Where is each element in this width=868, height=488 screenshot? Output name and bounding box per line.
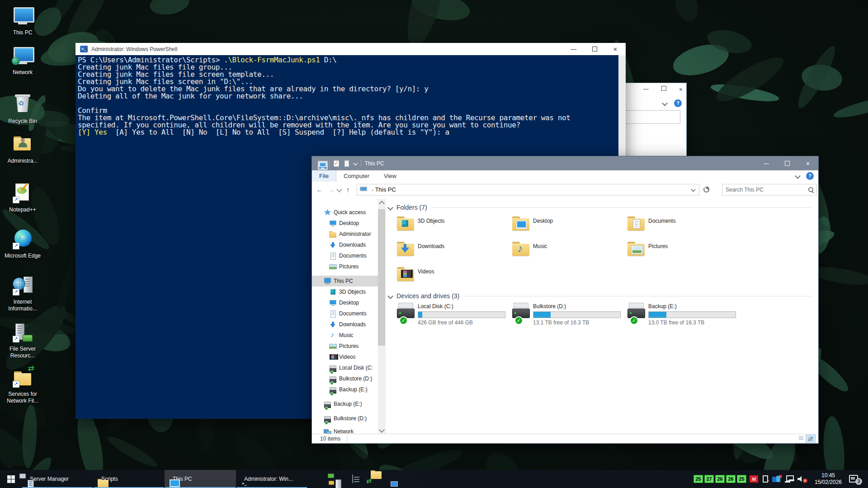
qat-customize-icon[interactable] — [353, 161, 358, 165]
clock[interactable]: 10:45 15/02/2026 — [812, 472, 844, 486]
help-icon[interactable]: ? — [674, 99, 682, 107]
sidebar-item-bulkstore-d[interactable]: Bulkstore (D:) — [312, 413, 385, 424]
drive-tile-backup-e[interactable]: ✓ Backup (E:) 13.0 TB free of 16.3 TB — [627, 302, 741, 325]
sidebar-item-pictures[interactable]: Pictures — [312, 341, 385, 352]
desktop-icon-services-for-network-fil[interactable]: ⇄↗ Services for Network Fil... — [2, 367, 43, 404]
powershell-titlebar[interactable]: >_ Administrator: Windows PowerShell — × — [75, 43, 626, 55]
folder-tile-music[interactable]: Music — [512, 242, 623, 264]
sidebar-item-pictures[interactable]: Pictures — [312, 261, 385, 272]
sidebar-item-downloads[interactable]: Downloads — [312, 319, 385, 330]
collapse-icon[interactable] — [387, 293, 393, 299]
breadcrumb[interactable]: This PC — [375, 186, 396, 193]
sidebar-item-bulkstore-d[interactable]: Bulkstore (D:) — [312, 373, 385, 384]
sidebar-item-music[interactable]: Music — [312, 330, 385, 341]
desktop-icon-recycle-bin[interactable]: ♻ Recycle Bin — [2, 94, 43, 125]
close-button[interactable]: × — [605, 43, 626, 55]
maximize-button[interactable] — [777, 156, 797, 170]
folder-tile-downloads[interactable]: Downloads — [397, 242, 508, 264]
sidebar-item-quick-access[interactable]: Quick access — [312, 207, 385, 218]
sidebar-item-backup-e[interactable]: Backup (E:) — [312, 384, 385, 395]
ribbon-expand-icon[interactable] — [795, 173, 801, 179]
drive-tile-bulkstore-d[interactable]: ✓ Bulkstore (D:) 13.1 TB free of 16.3 TB — [512, 302, 625, 325]
usb-eject-icon[interactable] — [761, 475, 769, 483]
drives-group-header[interactable]: Devices and drives (3) — [388, 291, 812, 300]
back-icon[interactable]: ← — [314, 186, 326, 193]
sidebar-item-local-disk-c[interactable]: Local Disk (C:) — [312, 362, 385, 373]
recent-locations-icon[interactable] — [336, 187, 342, 192]
search-input[interactable] — [722, 187, 808, 193]
taskbar-pinned-iis[interactable] — [344, 470, 362, 488]
start-button[interactable] — [0, 470, 22, 488]
properties-icon[interactable] — [333, 160, 340, 167]
forward-icon[interactable]: → — [326, 186, 337, 193]
sidebar-item-3d-objects[interactable]: 3D Objects — [312, 286, 385, 297]
up-icon[interactable]: ↑ — [342, 186, 354, 193]
sidebar-item-downloads[interactable]: Downloads — [312, 239, 385, 250]
large-icons-view-icon[interactable] — [806, 435, 816, 443]
close-icon[interactable]: × — [679, 86, 683, 93]
folder-tile-desktop[interactable]: Desktop — [512, 216, 623, 239]
scrollbar-thumb[interactable] — [378, 209, 385, 346]
tab-view[interactable]: View — [377, 170, 404, 182]
minimize-icon[interactable]: — — [643, 86, 649, 93]
sidebar-item-network[interactable]: Network — [312, 426, 385, 434]
minimize-button[interactable]: — — [563, 43, 584, 55]
desktop-icon-internet-informatio[interactable]: ↗ Internet Informatio... — [2, 275, 43, 312]
search-box[interactable] — [722, 184, 817, 196]
action-center-icon[interactable]: 3 — [849, 474, 859, 483]
volume-muted-icon[interactable]: ✕ — [797, 475, 807, 483]
folder-tile-pictures[interactable]: Pictures — [627, 242, 739, 264]
tab-computer[interactable]: Computer — [336, 170, 377, 182]
maximize-button[interactable] — [584, 43, 605, 55]
temperature-badge[interactable]: 27 — [704, 475, 714, 483]
temperature-badge[interactable]: 26 — [715, 475, 725, 483]
network-tray-icon[interactable] — [785, 475, 794, 483]
monitor-tool-tray-icon[interactable] — [772, 475, 782, 483]
temperature-badge[interactable]: 26 — [726, 475, 736, 483]
folder-tile-videos[interactable]: Videos — [397, 267, 508, 290]
desktop-icon-microsoft-edge[interactable]: ↗ Microsoft Edge — [2, 229, 43, 259]
taskbar-button-scripts[interactable]: Scripts — [93, 470, 165, 488]
help-icon[interactable]: ? — [806, 172, 814, 180]
taskbar-pinned-edge[interactable] — [307, 470, 326, 488]
taskbar-pinned-app[interactable] — [380, 470, 398, 488]
folders-group-header[interactable]: Folders (7) — [388, 203, 812, 212]
drive-tile-local-disk-c[interactable]: ✓ Local Disk (C:) 426 GB free of 446 GB — [397, 302, 510, 325]
close-button[interactable]: × — [797, 156, 818, 170]
desktop-icon-notepad[interactable]: ↗ Notepad++ — [2, 183, 43, 213]
desktop-icon-administra[interactable]: Administra... — [2, 134, 43, 164]
taskbar-button-administrator-win[interactable]: Administrator: Win... — [236, 470, 307, 488]
sidebar-item-documents[interactable]: Documents — [312, 308, 385, 319]
scroll-down-icon[interactable] — [379, 427, 385, 433]
explorer-window[interactable]: This PC — × File Computer View ? ← → ↑ ›… — [311, 156, 819, 444]
collapse-icon[interactable] — [387, 205, 393, 211]
taskbar-pinned-nfs[interactable]: ⇄ — [362, 470, 380, 488]
new-folder-icon[interactable] — [343, 160, 350, 167]
sidebar-item-this-pc[interactable]: This PC — [312, 276, 385, 286]
scroll-up-icon[interactable] — [379, 201, 385, 206]
details-view-icon[interactable] — [797, 435, 806, 442]
taskbar-button-server-manager[interactable]: Server Manager — [22, 470, 93, 488]
temperature-badge[interactable]: 25 — [693, 475, 703, 483]
taskbar-pinned-fsrm[interactable] — [326, 470, 344, 488]
tab-file[interactable]: File — [312, 170, 336, 182]
folder-tile-3d-objects[interactable]: 3D Objects — [397, 216, 508, 239]
sidebar-item-videos[interactable]: Videos — [312, 352, 385, 362]
nav-scrollbar[interactable] — [378, 199, 385, 434]
minimize-button[interactable]: — — [756, 156, 777, 170]
desktop-icon-file-server-resourc[interactable]: ↗ File Server Resourc... — [2, 322, 43, 359]
ribbon-expand-icon[interactable] — [662, 100, 668, 106]
sidebar-item-backup-e[interactable]: Backup (E:) — [312, 399, 385, 409]
sidebar-item-desktop[interactable]: Desktop — [312, 297, 385, 308]
sidebar-item-administrator[interactable]: Administrator — [312, 229, 385, 239]
temperature-badge[interactable]: 25 — [737, 475, 746, 483]
refresh-icon[interactable] — [703, 187, 709, 192]
folder-tile-documents[interactable]: Documents — [627, 216, 739, 239]
sidebar-item-documents[interactable]: Documents — [312, 250, 385, 261]
taskbar-button-this-pc[interactable]: This PC — [165, 470, 236, 488]
macrium-tray-icon[interactable]: M — [750, 475, 758, 483]
address-bar[interactable]: › This PC — [357, 184, 699, 196]
desktop-icon-this-pc[interactable]: This PC — [2, 5, 43, 36]
desktop-icon-network[interactable]: Network — [2, 45, 43, 76]
maximize-icon[interactable] — [661, 86, 666, 91]
